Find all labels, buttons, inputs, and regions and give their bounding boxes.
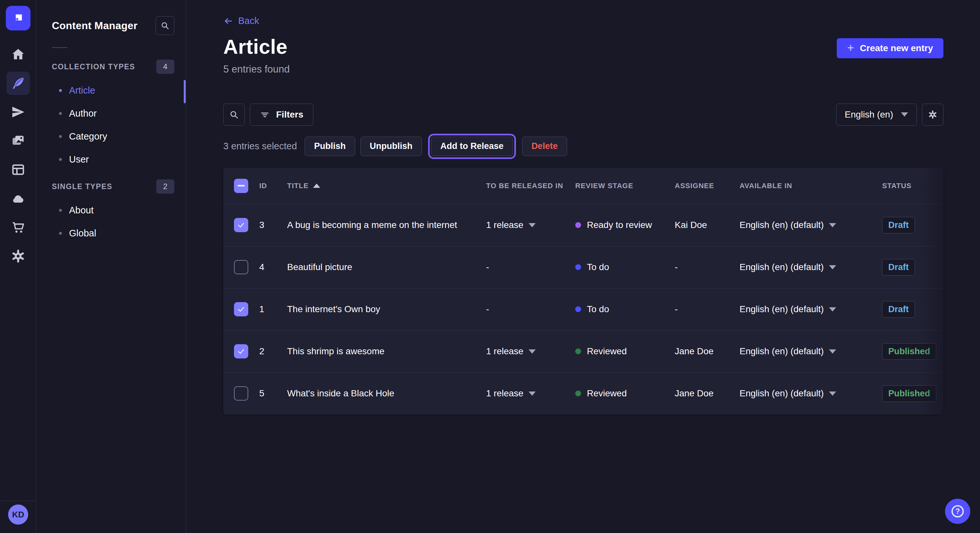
stage-dot-icon xyxy=(575,348,581,354)
chevron-down-icon xyxy=(528,392,536,396)
arrow-left-icon xyxy=(223,16,233,26)
back-link[interactable]: Back xyxy=(223,16,259,26)
row-id: 2 xyxy=(259,346,287,357)
row-assignee: Jane Doe xyxy=(675,346,740,357)
row-review-stage: Reviewed xyxy=(575,346,675,357)
search-button[interactable] xyxy=(223,104,245,125)
col-title[interactable]: TITLE xyxy=(287,182,486,190)
bullet-icon xyxy=(59,89,62,92)
sidebar-item[interactable]: Article xyxy=(36,79,186,102)
media-library-icon[interactable] xyxy=(6,129,30,152)
row-checkbox[interactable] xyxy=(234,260,248,274)
create-new-entry-button[interactable]: + Create new entry xyxy=(837,38,943,58)
rail-divider xyxy=(0,501,36,501)
back-label: Back xyxy=(238,16,259,26)
status-badge: Draft xyxy=(882,217,915,233)
delete-button[interactable]: Delete xyxy=(522,136,567,156)
check-icon xyxy=(236,220,246,230)
locale-select[interactable]: English (en) xyxy=(836,104,917,125)
filters-button[interactable]: Filters xyxy=(250,104,313,125)
row-locales-dropdown[interactable]: English (en) (default) xyxy=(740,262,882,272)
table-row[interactable]: 1 The internet's Own boy - To do - Engli… xyxy=(223,288,943,330)
bulk-actions-bar: 3 entries selected Publish Unpublish Add… xyxy=(223,136,943,156)
marketplace-cart-icon[interactable] xyxy=(6,216,30,239)
bullet-icon xyxy=(59,232,62,235)
collection-types-count-badge: 4 xyxy=(156,60,174,74)
single-types-count-badge: 2 xyxy=(156,179,174,194)
bullet-icon xyxy=(59,135,62,138)
locale-value: English (en) xyxy=(845,109,893,120)
row-releases-dropdown[interactable]: 1 release xyxy=(486,388,575,399)
table-row[interactable]: 2 This shrimp is awesome 1 release Revie… xyxy=(223,330,943,373)
row-releases-dropdown[interactable]: 1 release xyxy=(486,346,575,357)
row-title: What's inside a Black Hole xyxy=(287,388,486,399)
row-id: 4 xyxy=(259,262,287,272)
sidebar-item-label: Author xyxy=(69,108,97,119)
filters-label: Filters xyxy=(276,109,303,120)
row-title: A bug is becoming a meme on the internet xyxy=(287,220,486,230)
sidebar-item-label: User xyxy=(69,154,89,165)
sidebar-item[interactable]: User xyxy=(36,148,186,171)
row-releases-dropdown[interactable]: - xyxy=(486,262,575,272)
add-to-release-button[interactable]: Add to Release xyxy=(431,136,513,156)
table-row[interactable]: 3 A bug is becoming a meme on the intern… xyxy=(223,204,943,246)
app-rail: KD xyxy=(0,0,36,533)
stage-dot-icon xyxy=(575,390,581,397)
select-all-checkbox[interactable] xyxy=(234,179,248,193)
sort-ascending-icon xyxy=(313,184,320,188)
stage-dot-icon xyxy=(575,264,581,270)
row-checkbox[interactable] xyxy=(234,386,248,401)
view-settings-button[interactable] xyxy=(922,104,943,125)
row-checkbox[interactable] xyxy=(234,344,248,359)
chevron-down-icon xyxy=(829,349,836,354)
strapi-logo[interactable] xyxy=(6,6,30,30)
chevron-down-icon xyxy=(829,392,836,396)
chevron-down-icon xyxy=(528,223,536,227)
row-id: 3 xyxy=(259,220,287,230)
row-checkbox[interactable] xyxy=(234,218,248,232)
publish-button[interactable]: Publish xyxy=(305,136,355,156)
row-locales-dropdown[interactable]: English (en) (default) xyxy=(740,304,882,314)
row-checkbox[interactable] xyxy=(234,302,248,316)
stage-dot-icon xyxy=(575,222,581,228)
settings-gear-icon[interactable] xyxy=(6,244,30,268)
avatar[interactable]: KD xyxy=(8,504,28,525)
row-releases-dropdown[interactable]: - xyxy=(486,304,575,314)
row-locales-dropdown[interactable]: English (en) (default) xyxy=(740,220,882,230)
table-row[interactable]: 4 Beautiful picture - To do - English (e… xyxy=(223,246,943,288)
deploy-cloud-icon[interactable] xyxy=(6,187,30,210)
search-icon xyxy=(229,109,239,120)
sidebar-search-button[interactable] xyxy=(156,16,174,35)
content-manager-feather-icon[interactable] xyxy=(6,71,30,95)
status-badge: Published xyxy=(882,385,936,402)
row-title: This shrimp is awesome xyxy=(287,346,486,357)
row-locales-dropdown[interactable]: English (en) (default) xyxy=(740,388,882,399)
home-icon[interactable] xyxy=(6,43,30,66)
collection-types-section: COLLECTION TYPES 4 xyxy=(52,60,174,74)
content-type-builder-icon[interactable] xyxy=(6,158,30,181)
table-row[interactable]: 5 What's inside a Black Hole 1 release R… xyxy=(223,373,943,414)
section-label: COLLECTION TYPES xyxy=(52,62,135,71)
row-releases-dropdown[interactable]: 1 release xyxy=(486,220,575,230)
status-badge: Draft xyxy=(882,301,915,318)
releases-send-icon[interactable] xyxy=(6,100,30,124)
row-assignee: - xyxy=(675,304,740,314)
sidebar-item[interactable]: Global xyxy=(36,222,186,245)
sidebar-title: Content Manager xyxy=(52,20,137,32)
sidebar-item[interactable]: Category xyxy=(36,125,186,148)
row-assignee: - xyxy=(675,262,740,272)
status-badge: Published xyxy=(882,343,936,360)
sidebar-item[interactable]: About xyxy=(36,199,186,222)
sidebar-scrollbar-thumb[interactable] xyxy=(184,80,186,103)
row-locales-dropdown[interactable]: English (en) (default) xyxy=(740,346,882,357)
help-button[interactable]: ? xyxy=(945,499,970,524)
unpublish-button[interactable]: Unpublish xyxy=(360,136,422,156)
row-assignee: Jane Doe xyxy=(675,388,740,399)
chevron-down-icon xyxy=(829,265,836,270)
content-manager-sidebar: Content Manager COLLECTION TYPES 4 Artic… xyxy=(36,0,186,533)
main-content: Back Article 5 entries found + Create ne… xyxy=(186,0,980,533)
sidebar-divider xyxy=(52,47,67,48)
row-title: Beautiful picture xyxy=(287,262,486,272)
sidebar-item[interactable]: Author xyxy=(36,102,186,125)
row-review-stage: To do xyxy=(575,262,675,272)
